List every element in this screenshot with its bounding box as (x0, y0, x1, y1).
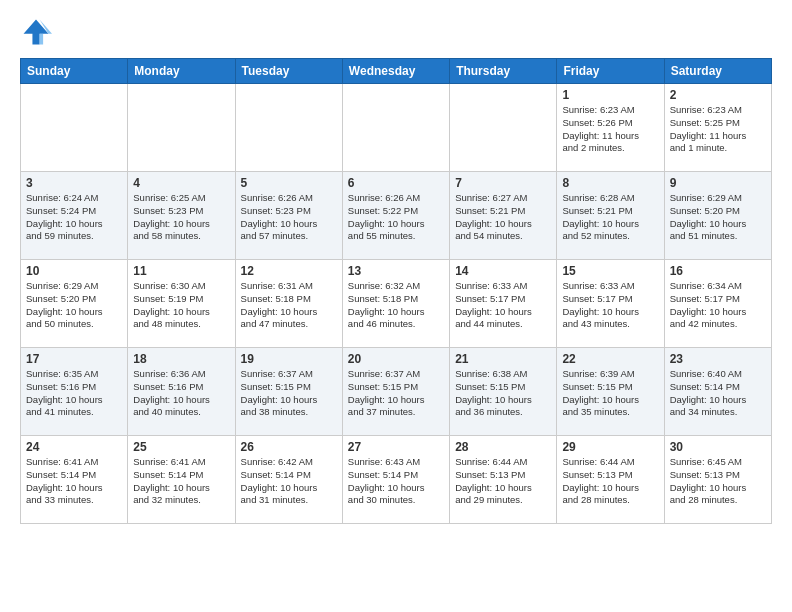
day-info: Sunrise: 6:23 AM Sunset: 5:25 PM Dayligh… (670, 104, 766, 155)
calendar-cell: 9Sunrise: 6:29 AM Sunset: 5:20 PM Daylig… (664, 172, 771, 260)
day-info: Sunrise: 6:31 AM Sunset: 5:18 PM Dayligh… (241, 280, 337, 331)
day-number: 10 (26, 264, 122, 278)
calendar-cell: 29Sunrise: 6:44 AM Sunset: 5:13 PM Dayli… (557, 436, 664, 524)
svg-marker-0 (24, 20, 49, 45)
calendar-cell: 2Sunrise: 6:23 AM Sunset: 5:25 PM Daylig… (664, 84, 771, 172)
day-info: Sunrise: 6:42 AM Sunset: 5:14 PM Dayligh… (241, 456, 337, 507)
day-number: 2 (670, 88, 766, 102)
calendar-cell (342, 84, 449, 172)
calendar-cell: 18Sunrise: 6:36 AM Sunset: 5:16 PM Dayli… (128, 348, 235, 436)
day-info: Sunrise: 6:29 AM Sunset: 5:20 PM Dayligh… (670, 192, 766, 243)
day-info: Sunrise: 6:35 AM Sunset: 5:16 PM Dayligh… (26, 368, 122, 419)
day-info: Sunrise: 6:37 AM Sunset: 5:15 PM Dayligh… (241, 368, 337, 419)
day-info: Sunrise: 6:44 AM Sunset: 5:13 PM Dayligh… (455, 456, 551, 507)
day-number: 22 (562, 352, 658, 366)
day-info: Sunrise: 6:43 AM Sunset: 5:14 PM Dayligh… (348, 456, 444, 507)
calendar-cell: 16Sunrise: 6:34 AM Sunset: 5:17 PM Dayli… (664, 260, 771, 348)
day-info: Sunrise: 6:37 AM Sunset: 5:15 PM Dayligh… (348, 368, 444, 419)
calendar-cell: 6Sunrise: 6:26 AM Sunset: 5:22 PM Daylig… (342, 172, 449, 260)
day-number: 21 (455, 352, 551, 366)
calendar-cell: 28Sunrise: 6:44 AM Sunset: 5:13 PM Dayli… (450, 436, 557, 524)
day-info: Sunrise: 6:25 AM Sunset: 5:23 PM Dayligh… (133, 192, 229, 243)
day-info: Sunrise: 6:28 AM Sunset: 5:21 PM Dayligh… (562, 192, 658, 243)
calendar-cell: 23Sunrise: 6:40 AM Sunset: 5:14 PM Dayli… (664, 348, 771, 436)
day-number: 24 (26, 440, 122, 454)
calendar-cell: 4Sunrise: 6:25 AM Sunset: 5:23 PM Daylig… (128, 172, 235, 260)
day-info: Sunrise: 6:30 AM Sunset: 5:19 PM Dayligh… (133, 280, 229, 331)
day-number: 9 (670, 176, 766, 190)
calendar-cell: 14Sunrise: 6:33 AM Sunset: 5:17 PM Dayli… (450, 260, 557, 348)
calendar-cell: 27Sunrise: 6:43 AM Sunset: 5:14 PM Dayli… (342, 436, 449, 524)
day-info: Sunrise: 6:40 AM Sunset: 5:14 PM Dayligh… (670, 368, 766, 419)
day-number: 11 (133, 264, 229, 278)
day-info: Sunrise: 6:36 AM Sunset: 5:16 PM Dayligh… (133, 368, 229, 419)
calendar-cell: 12Sunrise: 6:31 AM Sunset: 5:18 PM Dayli… (235, 260, 342, 348)
day-number: 3 (26, 176, 122, 190)
calendar-cell: 1Sunrise: 6:23 AM Sunset: 5:26 PM Daylig… (557, 84, 664, 172)
calendar-cell: 20Sunrise: 6:37 AM Sunset: 5:15 PM Dayli… (342, 348, 449, 436)
day-info: Sunrise: 6:34 AM Sunset: 5:17 PM Dayligh… (670, 280, 766, 331)
weekday-header-friday: Friday (557, 59, 664, 84)
calendar-week-row: 24Sunrise: 6:41 AM Sunset: 5:14 PM Dayli… (21, 436, 772, 524)
weekday-header-wednesday: Wednesday (342, 59, 449, 84)
calendar-cell (128, 84, 235, 172)
day-info: Sunrise: 6:45 AM Sunset: 5:13 PM Dayligh… (670, 456, 766, 507)
calendar-cell: 3Sunrise: 6:24 AM Sunset: 5:24 PM Daylig… (21, 172, 128, 260)
day-number: 13 (348, 264, 444, 278)
day-info: Sunrise: 6:39 AM Sunset: 5:15 PM Dayligh… (562, 368, 658, 419)
calendar-cell: 26Sunrise: 6:42 AM Sunset: 5:14 PM Dayli… (235, 436, 342, 524)
day-number: 14 (455, 264, 551, 278)
day-number: 27 (348, 440, 444, 454)
day-number: 7 (455, 176, 551, 190)
calendar-cell: 30Sunrise: 6:45 AM Sunset: 5:13 PM Dayli… (664, 436, 771, 524)
day-info: Sunrise: 6:33 AM Sunset: 5:17 PM Dayligh… (455, 280, 551, 331)
day-info: Sunrise: 6:27 AM Sunset: 5:21 PM Dayligh… (455, 192, 551, 243)
calendar-cell: 19Sunrise: 6:37 AM Sunset: 5:15 PM Dayli… (235, 348, 342, 436)
day-number: 17 (26, 352, 122, 366)
day-info: Sunrise: 6:44 AM Sunset: 5:13 PM Dayligh… (562, 456, 658, 507)
weekday-header-sunday: Sunday (21, 59, 128, 84)
calendar-cell: 24Sunrise: 6:41 AM Sunset: 5:14 PM Dayli… (21, 436, 128, 524)
calendar-cell (450, 84, 557, 172)
calendar-week-row: 10Sunrise: 6:29 AM Sunset: 5:20 PM Dayli… (21, 260, 772, 348)
day-number: 5 (241, 176, 337, 190)
weekday-header-row: SundayMondayTuesdayWednesdayThursdayFrid… (21, 59, 772, 84)
day-number: 28 (455, 440, 551, 454)
calendar-cell: 5Sunrise: 6:26 AM Sunset: 5:23 PM Daylig… (235, 172, 342, 260)
weekday-header-thursday: Thursday (450, 59, 557, 84)
day-info: Sunrise: 6:41 AM Sunset: 5:14 PM Dayligh… (26, 456, 122, 507)
day-info: Sunrise: 6:24 AM Sunset: 5:24 PM Dayligh… (26, 192, 122, 243)
calendar-cell: 10Sunrise: 6:29 AM Sunset: 5:20 PM Dayli… (21, 260, 128, 348)
weekday-header-tuesday: Tuesday (235, 59, 342, 84)
weekday-header-monday: Monday (128, 59, 235, 84)
day-number: 16 (670, 264, 766, 278)
day-number: 15 (562, 264, 658, 278)
page: SundayMondayTuesdayWednesdayThursdayFrid… (0, 0, 792, 612)
day-number: 12 (241, 264, 337, 278)
day-number: 25 (133, 440, 229, 454)
day-number: 29 (562, 440, 658, 454)
day-number: 8 (562, 176, 658, 190)
header (20, 16, 772, 48)
calendar-table: SundayMondayTuesdayWednesdayThursdayFrid… (20, 58, 772, 524)
day-number: 1 (562, 88, 658, 102)
day-number: 18 (133, 352, 229, 366)
calendar-cell (21, 84, 128, 172)
day-info: Sunrise: 6:38 AM Sunset: 5:15 PM Dayligh… (455, 368, 551, 419)
day-info: Sunrise: 6:32 AM Sunset: 5:18 PM Dayligh… (348, 280, 444, 331)
calendar-cell: 13Sunrise: 6:32 AM Sunset: 5:18 PM Dayli… (342, 260, 449, 348)
day-number: 4 (133, 176, 229, 190)
day-number: 26 (241, 440, 337, 454)
logo (20, 16, 56, 48)
calendar-week-row: 1Sunrise: 6:23 AM Sunset: 5:26 PM Daylig… (21, 84, 772, 172)
calendar-cell: 8Sunrise: 6:28 AM Sunset: 5:21 PM Daylig… (557, 172, 664, 260)
day-info: Sunrise: 6:29 AM Sunset: 5:20 PM Dayligh… (26, 280, 122, 331)
day-number: 19 (241, 352, 337, 366)
calendar-cell (235, 84, 342, 172)
calendar-cell: 7Sunrise: 6:27 AM Sunset: 5:21 PM Daylig… (450, 172, 557, 260)
day-number: 30 (670, 440, 766, 454)
logo-icon (20, 16, 52, 48)
calendar-cell: 11Sunrise: 6:30 AM Sunset: 5:19 PM Dayli… (128, 260, 235, 348)
day-info: Sunrise: 6:26 AM Sunset: 5:22 PM Dayligh… (348, 192, 444, 243)
day-info: Sunrise: 6:33 AM Sunset: 5:17 PM Dayligh… (562, 280, 658, 331)
